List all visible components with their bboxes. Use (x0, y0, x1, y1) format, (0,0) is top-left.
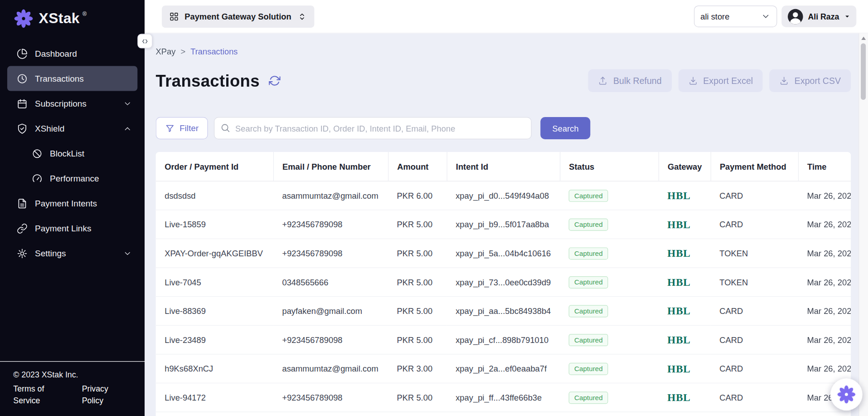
cell-status: Captured (560, 354, 659, 383)
table-row[interactable]: Live-88369 payfaken@gmail.com PKR 5.00 x… (156, 297, 851, 326)
cell-gateway: HBL (659, 181, 711, 210)
terms-of-service-link[interactable]: Terms of Service (13, 383, 73, 407)
sidebar-item-dashboard[interactable]: Dashboard (7, 41, 137, 66)
status-badge: Captured (569, 305, 608, 317)
store-selector-value: ali store (700, 12, 729, 21)
sidebar-item-payment-links[interactable]: Payment Links (7, 216, 137, 241)
cell-payment-method: CARD (711, 210, 798, 239)
app-switcher-label: Payment Gateway Solution (184, 12, 291, 21)
store-selector[interactable]: ali store (694, 5, 777, 27)
export-csv-button[interactable]: Export CSV (770, 69, 851, 92)
table-row[interactable]: h9Ks68XnCJ asammumtaz@gmail.com PKR 3.00… (156, 354, 851, 383)
cell-contact: +923456789098 (273, 239, 388, 268)
cell-status: Captured (560, 181, 659, 210)
hbl-gateway-logo: HBL (667, 218, 690, 230)
table-row[interactable]: Live-15859 +923456789098 PKR 5.00 xpay_p… (156, 210, 851, 239)
hbl-gateway-logo: HBL (667, 276, 690, 288)
cell-gateway: HBL (659, 297, 711, 326)
sidebar-item-payment-intents[interactable]: Payment Intents (7, 191, 137, 216)
chevron-down-icon (123, 249, 132, 258)
scrollbar-up-arrow-icon[interactable] (861, 37, 866, 40)
breadcrumb-xpay[interactable]: XPay (156, 47, 176, 56)
sidebar-item-label: Payment Intents (35, 198, 97, 208)
cell-time: Mar 26, 202 (798, 181, 851, 210)
transactions-table: Order / Payment Id Email / Phone Number … (156, 152, 851, 416)
hbl-gateway-logo: HBL (667, 362, 690, 374)
cell-amount: PKR 6.00 (388, 181, 447, 210)
caret-down-icon (844, 13, 851, 20)
column-header: Status (560, 152, 659, 181)
column-header: Payment Method (711, 152, 798, 181)
table-row-partial[interactable] (156, 412, 851, 416)
performance-icon (32, 173, 43, 184)
sidebar-item-performance[interactable]: Performance (7, 166, 137, 191)
table-row[interactable]: Live-23489 +923456789098 PKR 5.00 xpay_p… (156, 325, 851, 354)
cell-status: Captured (560, 325, 659, 354)
collapse-chevrons-icon (141, 37, 149, 45)
table-row[interactable]: dsdsdsd asammumtaz@gmail.com PKR 6.00 xp… (156, 181, 851, 210)
cell-payment-method: CARD (711, 325, 798, 354)
xstak-logo-icon (13, 8, 34, 29)
grid-icon (169, 11, 179, 21)
sidebar-item-transactions[interactable]: Transactions (7, 66, 137, 91)
sidebar-footer: © 2023 XStak Inc. Terms of Service Priva… (0, 361, 145, 416)
app-root: XStak ® Dashboard Transactions Subscript… (0, 0, 868, 416)
cell-intent-id: xpay_pi_5a...04b4c10616 (447, 239, 560, 268)
cell-intent-id: xpay_pi_ff...43ffe66b3e (447, 383, 560, 412)
brand-name: XStak (39, 10, 80, 27)
cell-contact: asammumtaz@gmail.com (273, 354, 388, 383)
column-header: Order / Payment Id (156, 152, 273, 181)
page-content: XPay > Transactions Transactions Bulk Re… (145, 33, 868, 416)
cell-order-id: Live-23489 (156, 325, 273, 354)
sidebar-item-blocklist[interactable]: BlockList (7, 141, 137, 166)
sidebar-item-settings[interactable]: Settings (7, 241, 137, 266)
table-row[interactable]: XPAY-Order-gqAKGEIBBV +923456789098 PKR … (156, 239, 851, 268)
cell-contact: 0348565666 (273, 268, 388, 297)
cell-amount: PKR 5.00 (388, 210, 447, 239)
hbl-gateway-logo: HBL (667, 247, 690, 259)
export-excel-button[interactable]: Export Excel (678, 69, 763, 92)
breadcrumb-transactions[interactable]: Transactions (190, 47, 238, 56)
copyright-text: © 2023 XStak Inc. (13, 369, 131, 381)
transactions-icon (17, 73, 28, 84)
cell-intent-id: xpay_pi_aa...5bc84938b4 (447, 297, 560, 326)
search-input[interactable] (214, 117, 532, 139)
bulk-refund-button[interactable]: Bulk Refund (588, 69, 672, 92)
cell-intent-id: xpay_pi_d0...549f494a08 (447, 181, 560, 210)
sidebar-item-xshield[interactable]: XShield (7, 116, 137, 141)
sidebar-item-label: Dashboard (35, 49, 77, 59)
xstak-flower-icon (836, 384, 856, 404)
vertical-scrollbar[interactable] (858, 33, 868, 416)
cell-payment-method: TOKEN (711, 239, 798, 268)
sidebar-item-label: Subscriptions (35, 98, 87, 108)
export-csv-label: Export CSV (795, 76, 841, 86)
app-switcher-button[interactable]: Payment Gateway Solution (162, 5, 314, 28)
user-menu[interactable]: Ali Raza (781, 5, 857, 27)
cell-order-id: Live-94172 (156, 383, 273, 412)
cell-status: Captured (560, 297, 659, 326)
column-header: Gateway (659, 152, 711, 181)
floating-xstak-widget-button[interactable] (830, 378, 863, 411)
privacy-policy-link[interactable]: Privacy Policy (82, 383, 131, 407)
sidebar-item-subscriptions[interactable]: Subscriptions (7, 91, 137, 116)
filter-button[interactable]: Filter (156, 117, 209, 139)
scrollbar-thumb[interactable] (861, 43, 866, 100)
column-header: Time (798, 152, 851, 181)
cell-amount: PKR 3.00 (388, 354, 447, 383)
avatar (787, 8, 804, 25)
table-row[interactable]: Live-7045 0348565666 PKR 5.00 xpay_pi_73… (156, 268, 851, 297)
refresh-button[interactable] (268, 74, 282, 88)
search-button[interactable]: Search (541, 117, 590, 139)
table-row[interactable]: Live-94172 +923456789098 PKR 5.00 xpay_p… (156, 383, 851, 412)
cell-contact: +923456789098 (273, 210, 388, 239)
breadcrumb-separator: > (180, 47, 185, 56)
chevron-down-icon (123, 99, 132, 108)
status-badge: Captured (569, 276, 608, 288)
download-icon (688, 76, 698, 86)
cell-order-id: h9Ks68XnCJ (156, 354, 273, 383)
cell-payment-method: CARD (711, 354, 798, 383)
sidebar-collapse-button[interactable] (137, 34, 152, 49)
link-icon (17, 223, 28, 234)
sidebar-item-label: Settings (35, 248, 66, 258)
cell-time: Mar 26, 202 (798, 268, 851, 297)
